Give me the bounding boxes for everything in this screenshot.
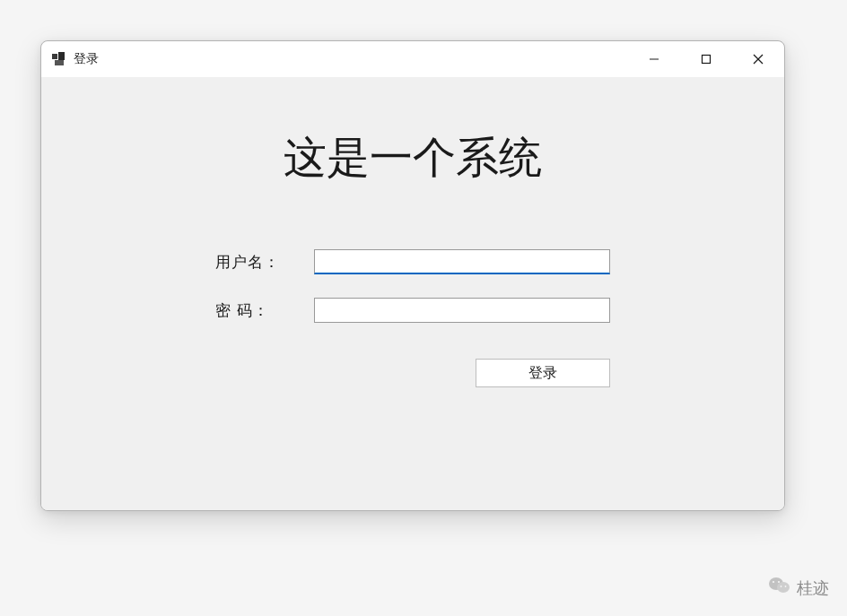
- wechat-icon: [768, 576, 791, 600]
- login-form: 用户名： 密 码： 登录: [215, 249, 610, 387]
- window-controls: [628, 41, 784, 77]
- svg-rect-2: [55, 60, 64, 65]
- password-row: 密 码：: [215, 298, 610, 323]
- username-row: 用户名：: [215, 249, 610, 274]
- login-window: 登录 这是一个系统 用户名：: [40, 40, 785, 511]
- titlebar[interactable]: 登录: [41, 41, 784, 77]
- svg-point-9: [773, 581, 774, 583]
- svg-rect-0: [52, 54, 57, 59]
- close-icon: [753, 54, 764, 65]
- maximize-button[interactable]: [680, 41, 732, 77]
- svg-point-8: [777, 582, 790, 593]
- minimize-button[interactable]: [628, 41, 680, 77]
- maximize-icon: [701, 54, 712, 65]
- page-title: 这是一个系统: [41, 129, 784, 187]
- svg-point-10: [778, 581, 780, 583]
- password-input[interactable]: [314, 298, 610, 323]
- app-icon: [52, 52, 66, 66]
- svg-point-11: [781, 586, 782, 587]
- svg-rect-1: [58, 52, 65, 60]
- button-row: 登录: [215, 359, 610, 387]
- close-button[interactable]: [732, 41, 784, 77]
- svg-rect-4: [703, 56, 711, 64]
- client-area: 这是一个系统 用户名： 密 码： 登录: [41, 77, 784, 510]
- watermark: 桂迹: [768, 576, 829, 600]
- minimize-icon: [649, 54, 659, 65]
- password-label: 密 码：: [215, 300, 314, 321]
- window-title: 登录: [74, 51, 628, 67]
- username-input[interactable]: [314, 249, 610, 274]
- login-button[interactable]: 登录: [476, 359, 610, 387]
- svg-point-12: [785, 586, 787, 587]
- username-label: 用户名：: [215, 252, 314, 273]
- watermark-text: 桂迹: [797, 577, 829, 599]
